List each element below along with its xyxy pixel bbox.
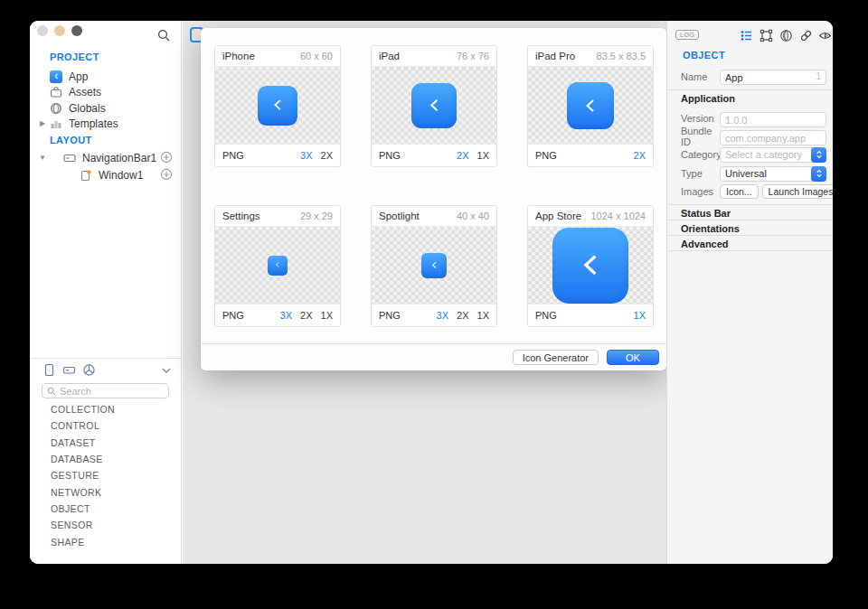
icon-card-iphone: iPhone60 x 60 PNG 3X2X [214,45,341,167]
card-title: iPad Pro [535,51,575,61]
app-icons-dialog: iPhone60 x 60 PNG 3X2X iPad76 x 76 [201,28,666,370]
icon-generator-button[interactable]: Icon Generator [513,350,599,365]
library-category[interactable]: NETWORK [51,487,101,498]
select-value: Universal [725,168,767,179]
globals-icon [50,102,62,115]
frame-tab-icon[interactable] [760,29,773,42]
device-tab-icon[interactable] [42,363,56,377]
field-label: Category [681,149,720,160]
scale-option[interactable]: 2X [321,150,333,161]
scale-option[interactable]: 1X [321,310,333,321]
card-size: 60 x 60 [300,51,333,61]
navigationbar-icon [63,152,76,164]
scale-option[interactable]: 1X [634,310,646,321]
library-category[interactable]: CONTROL [51,420,99,431]
control-tab-icon[interactable] [62,363,76,377]
format-label: PNG [379,150,401,161]
icon-images-button[interactable]: Icon... [720,184,759,199]
library-category[interactable]: SHAPE [51,537,85,548]
library-category[interactable]: COLLECTION [51,404,115,415]
card-title: iPhone [222,51,255,61]
log-badge[interactable]: LOG [675,30,699,40]
sidebar-item-templates[interactable]: ▶ Templates [30,116,181,131]
library-category[interactable]: GESTURE [51,470,99,481]
disclosure-down-icon[interactable]: ▼ [38,154,47,162]
sidebar-item-label: NavigationBar1 [82,152,156,164]
card-size: 40 x 40 [457,211,489,221]
name-input[interactable] [720,70,826,85]
add-icon[interactable] [160,168,173,181]
scale-option[interactable]: 3X [280,310,292,321]
app-icon [50,70,62,83]
dialog-footer: Icon Generator OK [201,343,666,370]
disclosure-right-icon[interactable]: ▶ [38,119,47,127]
scale-option[interactable]: 1X [477,150,489,161]
version-row: Version [667,110,833,126]
format-label: PNG [379,310,401,321]
app-icon-preview [411,83,457,128]
minimize-button[interactable] [54,25,65,36]
version-input[interactable] [720,112,826,127]
stepper-icon [811,166,826,182]
app-icon-preview [567,82,614,129]
library-divider [30,358,181,359]
library-toolbar [30,361,181,380]
link-tab-icon[interactable] [799,29,813,42]
appearance-tab-icon[interactable] [779,29,793,42]
scale-option[interactable]: 2X [457,150,468,161]
field-label: Bundle ID [681,126,720,147]
category-select[interactable]: Select a category [720,147,826,163]
ok-button[interactable]: OK [607,350,659,365]
scale-option[interactable]: 1X [477,310,489,321]
advanced-section-header[interactable]: Advanced [667,235,833,251]
transparency-preview [215,66,340,145]
scale-option[interactable]: 2X [634,150,646,161]
library-category[interactable]: DATABASE [51,454,103,464]
left-sidebar: PROJECT App Assets Globals ▶ [30,21,182,564]
bundle-id-input[interactable] [720,130,826,145]
app-icon-preview [552,228,628,304]
bundle-id-row: Bundle ID [667,128,833,145]
scale-option[interactable]: 2X [457,310,468,321]
application-section-header[interactable]: Application [667,89,833,105]
design-canvas[interactable]: iPhone60 x 60 PNG 3X2X iPad76 x 76 [183,21,666,564]
attributes-tab-icon[interactable] [740,29,753,42]
scale-option[interactable]: 3X [437,310,448,321]
sidebar-item-globals[interactable]: Globals [30,100,181,116]
library-search-field[interactable] [42,383,169,398]
format-label: PNG [222,310,244,321]
sidebar-item-label: App [69,70,88,83]
window-controls [37,25,82,36]
scale-option[interactable]: 2X [300,310,312,321]
library-category[interactable]: OBJECT [51,503,90,514]
library-category[interactable]: DATASET [51,437,96,448]
type-select[interactable]: Universal [720,166,826,182]
zoom-button[interactable] [71,25,82,36]
card-size: 1024 x 1024 [590,211,646,221]
format-label: PNG [222,150,244,161]
name-row: Name 1 [667,69,833,85]
inspector-panel: LOG OBJECT Name [666,21,833,564]
status-bar-section-header[interactable]: Status Bar [667,204,833,220]
close-button[interactable] [37,25,48,36]
search-icon[interactable] [157,29,170,42]
launch-images-button[interactable]: Launch Images... [762,184,833,199]
library-search-input[interactable] [60,386,164,397]
app-window: PROJECT App Assets Globals ▶ [30,21,833,564]
shape-tab-icon[interactable] [82,363,96,377]
chevron-down-icon[interactable] [161,365,172,376]
library-category[interactable]: SENSOR [51,520,93,530]
sidebar-item-assets[interactable]: Assets [30,84,181,99]
templates-icon [50,117,62,130]
card-size: 76 x 76 [457,51,489,61]
sidebar-item-app[interactable]: App [30,69,181,84]
visibility-tab-icon[interactable] [818,29,832,42]
transparency-preview [372,226,496,304]
field-label: Type [681,168,720,179]
orientations-section-header[interactable]: Orientations [667,220,833,235]
sidebar-item-navigationbar1[interactable]: ▼ NavigationBar1 [30,150,181,165]
sidebar-item-label: Globals [69,102,106,115]
scale-option[interactable]: 3X [300,150,312,161]
add-icon[interactable] [160,151,173,164]
sidebar-item-window1[interactable]: Window1 [30,167,181,183]
